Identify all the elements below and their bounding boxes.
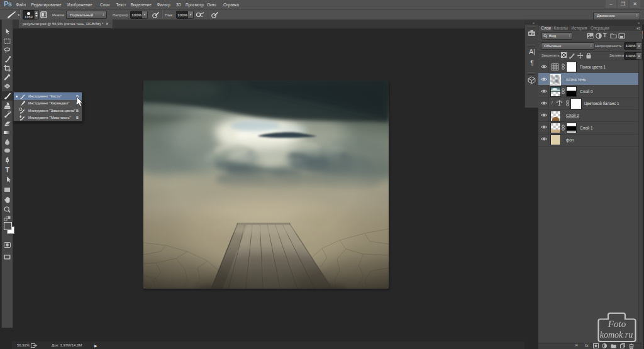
svg-text:komok.ru: komok.ru xyxy=(600,330,633,340)
svg-text:Foto: Foto xyxy=(608,319,626,329)
